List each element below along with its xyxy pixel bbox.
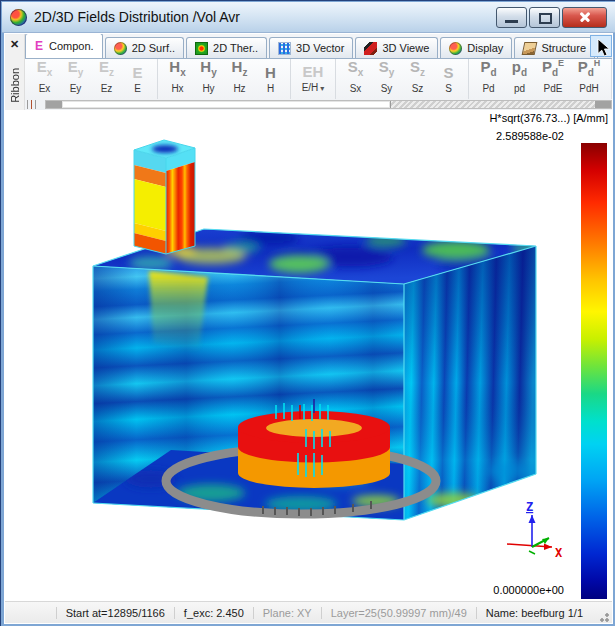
ribbon-tab-bar: E Compon. 2D Surf.. 2D Ther.. 3D Vector … bbox=[25, 34, 612, 59]
thermal-icon bbox=[195, 42, 208, 55]
button-pdh[interactable]: PdHPdH bbox=[571, 60, 607, 98]
group-poynting: SxSx SySy SzSz SS bbox=[336, 59, 469, 99]
field-scene: Z X bbox=[23, 111, 584, 599]
axis-z-label: Z bbox=[526, 500, 533, 514]
ribbon-close-button[interactable]: ✕ bbox=[7, 37, 22, 52]
axis-x-label: X bbox=[555, 546, 563, 560]
button-hx[interactable]: HxHx bbox=[162, 60, 193, 98]
button-hy[interactable]: HyHy bbox=[193, 60, 224, 98]
mouse-cursor bbox=[596, 38, 612, 58]
app-window: 2D/3D Fields Distribution /Vol Avr ✕ Rib… bbox=[0, 0, 615, 626]
group-e-field: ExEx EyEy EzEz EE bbox=[25, 59, 158, 99]
scrollbar-left-cap[interactable] bbox=[46, 101, 62, 108]
close-button[interactable] bbox=[562, 7, 607, 28]
status-f-exc: f_exc: 2.450 bbox=[174, 607, 253, 619]
vector-grid-icon bbox=[278, 42, 291, 55]
colorbar-title: H*sqrt(376.73...) [A/mm] bbox=[489, 112, 608, 124]
resize-grip[interactable] bbox=[596, 609, 610, 623]
button-s[interactable]: SS bbox=[433, 60, 464, 98]
button-pde[interactable]: PdEPdE bbox=[535, 60, 571, 98]
signature-icon bbox=[25, 100, 43, 109]
button-ey[interactable]: EyEy bbox=[60, 60, 91, 98]
button-eh[interactable]: EHE/H bbox=[295, 60, 331, 98]
tab-3d-viewer[interactable]: 3D Viewe bbox=[355, 37, 438, 58]
button-h[interactable]: HH bbox=[255, 60, 286, 98]
button-ez[interactable]: EzEz bbox=[91, 60, 122, 98]
button-pd[interactable]: PdPd bbox=[473, 60, 504, 98]
maximize-button[interactable] bbox=[529, 7, 560, 28]
scrollbar-right-cap[interactable] bbox=[595, 101, 611, 108]
ribbon-side-label[interactable]: Ribbon bbox=[9, 68, 21, 103]
button-hz[interactable]: HzHz bbox=[224, 60, 255, 98]
tab-2d-thermal[interactable]: 2D Ther.. bbox=[186, 37, 267, 58]
window-title: 2D/3D Fields Distribution /Vol Avr bbox=[34, 9, 494, 25]
tab-components[interactable]: E Compon. bbox=[25, 34, 103, 58]
button-sx[interactable]: SxSx bbox=[340, 60, 371, 98]
tab-display[interactable]: Display bbox=[440, 37, 512, 58]
axes-triad: Z X bbox=[507, 500, 563, 560]
tab-3d-vector[interactable]: 3D Vector bbox=[269, 37, 353, 58]
e-letter-icon: E bbox=[34, 40, 44, 53]
button-pd-small[interactable]: pdpd bbox=[504, 60, 535, 98]
scrollbar-track[interactable] bbox=[45, 100, 612, 109]
tab-structure[interactable]: Structure bbox=[514, 37, 595, 58]
minimize-icon bbox=[505, 20, 518, 23]
sphere-icon bbox=[114, 42, 127, 55]
button-e[interactable]: EE bbox=[122, 60, 153, 98]
group-eh-ratio: EHE/H bbox=[291, 59, 336, 99]
app-icon bbox=[10, 9, 27, 26]
group-power-density: PdPd pdpd PdEPdE PdHPdH bbox=[469, 59, 612, 99]
group-h-field: HxHx HyHy HzHz HH bbox=[158, 59, 291, 99]
status-start-at: Start at=12895/1166 bbox=[56, 607, 174, 619]
tab-2d-surface[interactable]: 2D Surf.. bbox=[105, 37, 184, 58]
ribbon-toolbar: ExEx EyEy EzEz EE HxHx HyHy HzHz HH EHE/… bbox=[25, 59, 612, 99]
colorbar bbox=[581, 143, 607, 599]
status-plane: Plane: XY bbox=[253, 607, 321, 619]
ribbon-scrollbar[interactable] bbox=[25, 99, 612, 110]
colorbar-max-value: 2.589588e-02 bbox=[496, 130, 564, 142]
button-sy[interactable]: SySy bbox=[371, 60, 402, 98]
status-layer: Layer=25(50.99997 mm)/49 bbox=[321, 607, 476, 619]
scrollbar-thumb[interactable] bbox=[62, 101, 391, 108]
status-name: Name: beefburg 1/1 bbox=[476, 607, 592, 619]
maximize-icon bbox=[539, 13, 552, 24]
sphere-icon bbox=[449, 42, 462, 55]
button-sz[interactable]: SzSz bbox=[402, 60, 433, 98]
pen-icon bbox=[364, 42, 377, 55]
3d-viewport[interactable]: Z X H*sqrt(376.73...) [A/mm] 2.589588e-0… bbox=[5, 110, 612, 600]
status-bar: Start at=12895/1166 f_exc: 2.450 Plane: … bbox=[5, 601, 612, 623]
feed-tower bbox=[134, 140, 195, 254]
colorbar-min-value: 0.000000e+00 bbox=[493, 584, 564, 596]
title-bar[interactable]: 2D/3D Fields Distribution /Vol Avr bbox=[2, 2, 615, 33]
box-right-face bbox=[404, 246, 536, 520]
button-ex[interactable]: ExEx bbox=[29, 60, 60, 98]
eraser-icon bbox=[522, 42, 538, 55]
minimize-button[interactable] bbox=[496, 7, 527, 28]
